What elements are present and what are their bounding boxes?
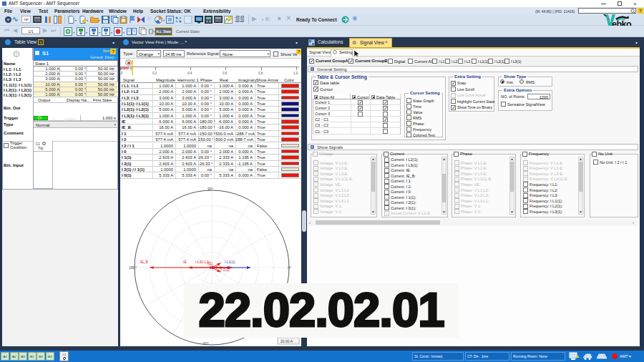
svg-text:20.00 A: 20.00 A [280,339,293,343]
svg-text:0°: 0° [288,265,291,270]
svg-text:90°: 90° [208,187,213,191]
svg-text:I L1(1): I L1(1) [225,260,235,264]
svg-text:I(1): I(1) [208,261,213,265]
svg-text:IE: IE [183,260,187,264]
svg-text:IE_B: IE_B [140,260,149,264]
svg-text:180°: 180° [129,265,137,270]
svg-text:I 2(1): I 2(1) [221,268,230,272]
svg-text:-90°: -90° [202,341,209,346]
